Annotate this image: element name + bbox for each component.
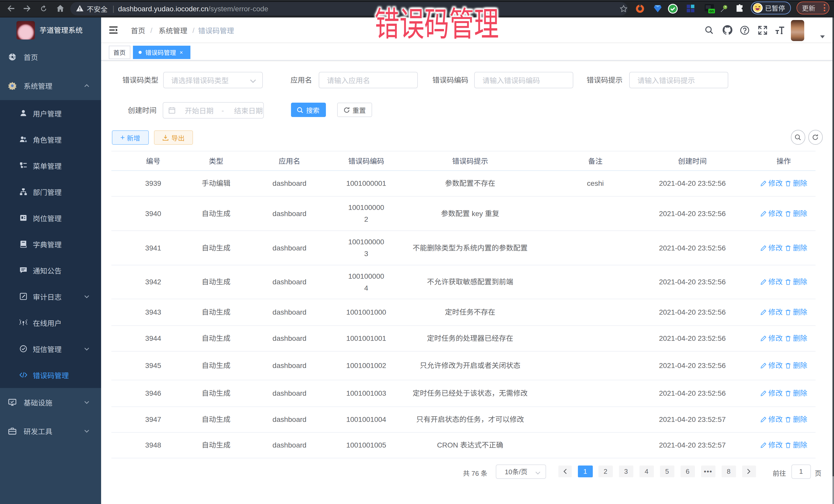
svg-text:on: on	[709, 9, 714, 13]
